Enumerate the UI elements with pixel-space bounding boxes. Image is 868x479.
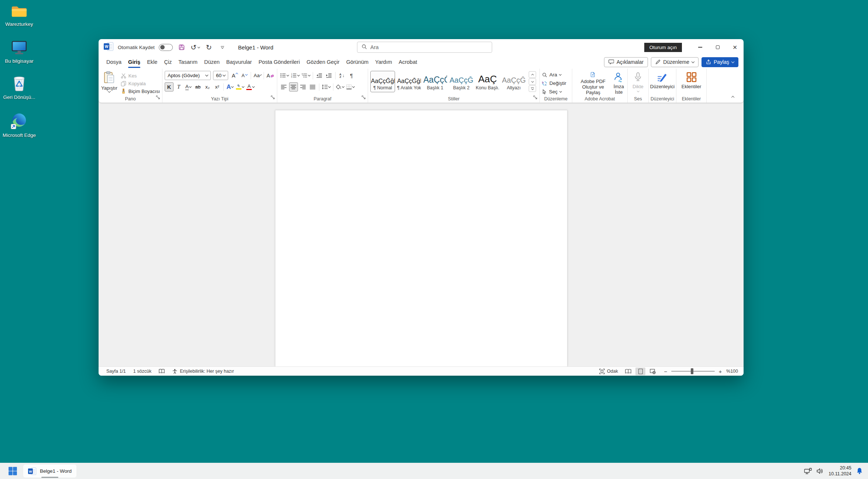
styles-scroll-down-button[interactable] [529, 78, 536, 85]
share-button[interactable]: Paylaş [701, 57, 738, 67]
sign-in-button[interactable]: Oturum açın [644, 43, 682, 52]
grow-font-button[interactable]: A [230, 71, 239, 80]
style-heading-1[interactable]: AaÇçĞ Başlık 1 [423, 71, 447, 92]
style-title[interactable]: AaÇ Konu Başlı... [475, 71, 500, 92]
find-button[interactable]: Ara [542, 71, 570, 78]
tab-duzen[interactable]: Düzen [201, 55, 223, 69]
accessibility-status-button[interactable]: Erişilebilirlik: Her şey hazır [169, 369, 237, 374]
desktop-icon-warezturkey[interactable]: Warezturkey [0, 4, 38, 27]
style-normal[interactable]: AaÇçĞğH ¶ Normal [370, 71, 395, 92]
increase-indent-button[interactable] [325, 71, 333, 80]
shading-button[interactable] [335, 82, 345, 92]
taskbar-item-word[interactable]: W Belge1 - Word [23, 464, 77, 478]
volume-icon[interactable] [817, 468, 824, 474]
align-center-button[interactable] [289, 82, 298, 92]
select-button[interactable]: Seç [542, 88, 570, 95]
autosave-toggle[interactable] [159, 44, 173, 51]
decrease-indent-button[interactable] [315, 71, 324, 80]
desktop-icon-recycle-bin[interactable]: Geri Dönüşü... [0, 75, 38, 100]
justify-button[interactable] [308, 82, 317, 92]
editing-mode-button[interactable]: Düzenleme [651, 57, 699, 67]
desktop-icon-this-pc[interactable]: Bu bilgisayar [0, 41, 38, 64]
bullets-button[interactable] [279, 71, 289, 80]
tab-ekle[interactable]: Ekle [144, 55, 161, 69]
bold-button[interactable]: K [165, 82, 174, 92]
taskbar-clock[interactable]: 20:45 10.11.2024 [828, 465, 851, 477]
font-color-button[interactable]: A [246, 82, 255, 92]
underline-button[interactable]: A [184, 82, 193, 92]
tab-basvurular[interactable]: Başvurular [223, 55, 255, 69]
sort-button[interactable]: A Z ↓ [337, 71, 346, 80]
cut-button[interactable]: Kes [121, 72, 160, 79]
word-count[interactable]: 1 sözcük [130, 369, 154, 374]
align-left-button[interactable] [279, 82, 288, 92]
zoom-in-button[interactable]: + [718, 368, 723, 375]
desktop-icon-edge[interactable]: Microsoft Edge [0, 113, 38, 138]
tab-ciz[interactable]: Çiz [161, 55, 175, 69]
document-page[interactable] [275, 110, 567, 366]
zoom-slider-handle[interactable] [691, 368, 693, 374]
subscript-button[interactable]: x₂ [203, 82, 212, 92]
highlight-color-button[interactable] [235, 82, 245, 92]
save-button[interactable] [177, 42, 186, 52]
read-mode-view-button[interactable] [623, 368, 633, 375]
comments-button[interactable]: Açıklamalar [604, 57, 648, 67]
notification-bell-icon[interactable] [856, 468, 863, 475]
shrink-font-button[interactable]: A [240, 71, 249, 80]
style-no-spacing[interactable]: AaÇçĞğH ¶ Aralık Yok [397, 71, 421, 92]
paste-button[interactable]: Yapıştır [101, 70, 118, 95]
maximize-button[interactable] [709, 39, 726, 55]
web-layout-view-button[interactable] [648, 368, 658, 375]
tab-tasarim[interactable]: Tasarım [175, 55, 201, 69]
numbering-button[interactable]: 123 [290, 71, 300, 80]
borders-button[interactable] [346, 82, 355, 92]
focus-mode-button[interactable]: Odak [596, 369, 621, 374]
close-button[interactable]: × [726, 39, 744, 55]
clear-formatting-button[interactable]: A [266, 71, 275, 80]
align-right-button[interactable] [299, 82, 308, 92]
collapse-ribbon-button[interactable] [729, 94, 737, 100]
italic-button[interactable]: T [174, 82, 183, 92]
text-effects-button[interactable]: A [226, 82, 234, 92]
tab-giris[interactable]: Giriş [125, 55, 144, 69]
tab-dosya[interactable]: Dosya [103, 55, 125, 69]
addins-button[interactable]: Eklentiler [680, 70, 702, 95]
zoom-out-button[interactable]: − [663, 368, 668, 375]
editor-button[interactable]: Düzenleyici [649, 70, 676, 95]
format-painter-button[interactable]: Biçim Boyacısı [121, 88, 160, 95]
style-heading-2[interactable]: AaÇçĞğ Başlık 2 [449, 71, 474, 92]
font-dialog-launcher[interactable] [271, 94, 275, 101]
undo-button[interactable]: ↺ [191, 42, 200, 52]
styles-dialog-launcher[interactable] [533, 94, 538, 101]
quick-access-more-button[interactable] [218, 42, 227, 52]
create-pdf-button[interactable]: Adobe PDFOluştur ve Paylaş [574, 70, 612, 95]
page-indicator[interactable]: Sayfa 1/1 [103, 369, 129, 374]
zoom-slider[interactable] [671, 371, 715, 372]
styles-scroll-up-button[interactable] [529, 71, 536, 78]
print-layout-view-button[interactable] [635, 368, 645, 375]
proofing-status-button[interactable] [156, 369, 168, 374]
font-size-select[interactable]: 60 [213, 71, 228, 80]
start-button[interactable] [5, 464, 20, 479]
minimize-button[interactable] [692, 39, 709, 55]
change-case-button[interactable]: Aa [253, 71, 262, 80]
style-subtitle[interactable]: AaÇçĞğ Altyazı [501, 71, 526, 92]
search-input[interactable] [370, 44, 488, 50]
show-paragraph-marks-button[interactable]: ¶ [347, 71, 356, 80]
tab-acrobat[interactable]: Acrobat [395, 55, 421, 69]
tab-gozden-gecir[interactable]: Gözden Geçir [303, 55, 343, 69]
zoom-level[interactable]: %100 [725, 369, 739, 374]
multilevel-list-button[interactable] [301, 71, 311, 80]
tab-gorunum[interactable]: Görünüm [343, 55, 372, 69]
strikethrough-button[interactable]: ab [193, 82, 202, 92]
dictate-button[interactable]: Dikte [631, 70, 645, 95]
line-spacing-button[interactable] [321, 82, 331, 92]
font-name-select[interactable]: Aptos (Gövde) [165, 71, 211, 80]
search-box[interactable] [357, 42, 492, 53]
clipboard-dialog-launcher[interactable] [156, 94, 160, 101]
replace-button[interactable]: b c Değiştir [542, 80, 570, 87]
request-signatures-button[interactable]: × İmzaİste [613, 70, 625, 95]
tab-posta-gonderileri[interactable]: Posta Gönderileri [255, 55, 303, 69]
network-icon[interactable] [804, 468, 812, 475]
copy-button[interactable]: Kopyala [121, 80, 160, 87]
